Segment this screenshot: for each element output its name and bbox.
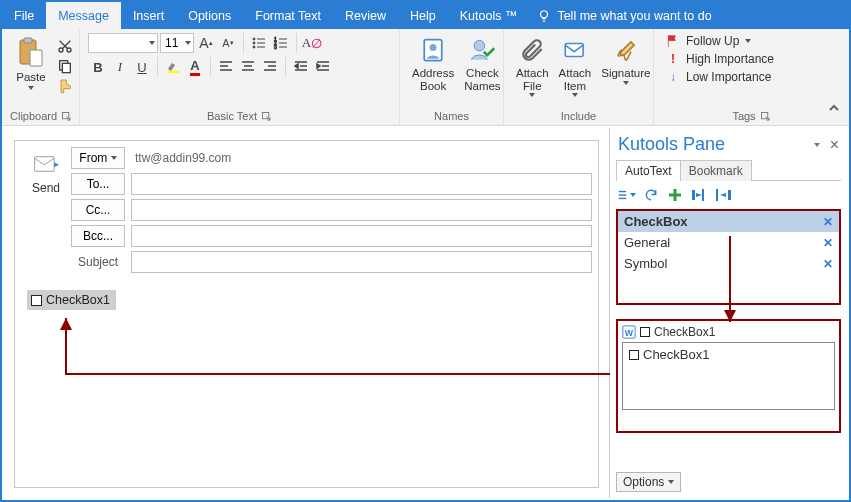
- app-window: File Message Insert Options Format Text …: [0, 0, 851, 502]
- tab-autotext[interactable]: AutoText: [616, 160, 681, 181]
- annotation-arrows: [2, 2, 851, 502]
